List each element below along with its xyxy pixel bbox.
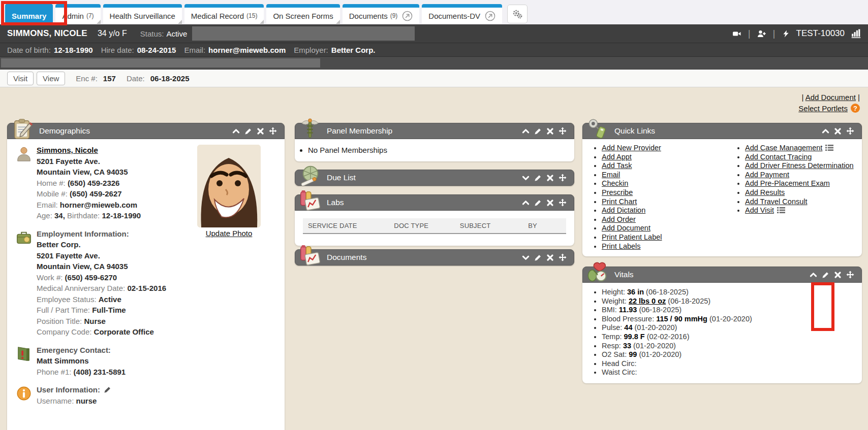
quick-link[interactable]: Add Contact Tracing [745,153,812,161]
quick-link[interactable]: Print Chart [602,197,637,206]
move-icon[interactable] [846,271,854,279]
column-header: BY [528,222,561,229]
tab-on-screen-forms[interactable]: On Screen Forms [266,4,339,24]
quick-link[interactable]: Checkin [602,179,628,187]
empty-message: No Panel Memberships [308,145,574,155]
quick-link[interactable]: Add Task [602,161,632,170]
person-icon [15,145,33,162]
quick-link[interactable]: Add New Provider [602,144,661,152]
portlet-title: Documents [327,253,366,262]
employer-name: Better Corp. [37,239,277,250]
quick-link[interactable]: Add Visit [745,206,774,214]
view-button[interactable]: View [37,72,65,85]
expand-icon[interactable] [522,254,530,261]
collapse-icon[interactable] [232,127,240,135]
close-icon[interactable] [546,199,554,207]
move-icon[interactable] [559,253,567,261]
close-icon[interactable] [257,127,264,135]
tab-count: (15) [246,12,257,19]
list-icon[interactable] [777,207,785,214]
list-icon[interactable] [825,144,833,151]
quick-link[interactable]: Add Results [745,188,785,196]
edit-icon[interactable] [534,199,542,207]
tab-medical-record[interactable]: Medical Record(15) [184,4,264,24]
edit-icon[interactable] [822,271,829,279]
quick-link[interactable]: Add Document [602,224,650,232]
patient-banner: SIMMONS, NICOLE 34 y/o F Status: Active … [0,24,868,70]
edit-icon[interactable] [534,254,542,261]
collapse-icon[interactable] [522,127,530,135]
portlet-controls [232,127,284,135]
patient-name: SIMMONS, NICOLE [7,28,87,39]
patient-age-sex: 34 y/o F [98,29,127,38]
portlet-controls [522,174,574,182]
weight-link[interactable]: 22 lbs 0 oz [629,297,666,305]
caduceus-icon [298,117,322,141]
quick-link[interactable]: Email [602,171,620,179]
vital-row: Pulse: 44 (01-20-2020) [602,323,862,333]
divider: | [773,28,776,39]
close-icon[interactable] [546,127,554,135]
close-icon[interactable] [834,271,842,279]
tab-health-surveillance[interactable]: Health Surveillance [103,4,182,24]
move-icon[interactable] [559,199,567,207]
vitals-list: Height: 36 in (06-18-2025) Weight: 22 lb… [582,283,862,377]
expand-icon[interactable] [522,174,530,182]
portlet-body-demographics: Simmons, Nicole 5201 Fayette Ave. Mounta… [7,139,285,430]
help-icon[interactable]: ? [851,104,860,113]
scrollbar-thumb[interactable] [1,58,320,68]
popout-arrow-icon[interactable] [402,11,413,21]
quick-link[interactable]: Print Labels [602,242,641,250]
move-icon[interactable] [559,127,567,135]
field-value: (650) 459-2326 [68,179,120,187]
column-header: SERVICE DATE [308,222,394,229]
portlet-title: Due List [327,173,356,182]
add-document-link[interactable]: Add Document [805,93,856,102]
edit-icon[interactable] [244,127,252,135]
visit-button[interactable]: Visit [7,72,34,85]
field-value: 34, [54,211,65,220]
move-icon[interactable] [846,127,854,135]
close-icon[interactable] [546,174,554,182]
enc-number-value: 157 [103,74,116,83]
quick-link[interactable]: Print Patient Label [602,233,662,241]
tab-documents[interactable]: Documents(9) [343,4,420,24]
demographics-icon [11,117,34,141]
bar-chart-icon[interactable] [851,29,861,38]
video-camera-icon[interactable] [732,29,741,38]
tab-admin[interactable]: Admin(7) [55,4,100,24]
close-icon[interactable] [546,254,554,261]
lightning-icon[interactable] [782,29,790,38]
popout-arrow-icon[interactable] [485,11,495,21]
collapse-icon[interactable] [810,271,817,279]
tab-summary[interactable]: Summary [5,4,53,24]
quick-link[interactable]: Add Dictation [602,206,645,214]
edit-icon[interactable] [104,386,111,393]
edit-icon[interactable] [534,174,542,182]
field-value: horner@mieweb.com [60,201,137,209]
patient-name-link[interactable]: Simmons, Nicole [37,146,98,154]
quick-link[interactable]: Add Pre-Placement Exam [745,179,830,187]
quick-link[interactable]: Add Appt [602,153,632,161]
enc-date-value: 06-18-2025 [150,74,190,83]
edit-icon[interactable] [534,127,542,135]
quick-link[interactable]: Add Order [602,215,636,223]
close-icon[interactable] [834,127,842,135]
portlet-header-due-list: Due List [295,170,574,186]
select-portlets-link[interactable]: Select Portlets [798,104,848,113]
tab-settings-button[interactable] [507,5,528,23]
quick-link[interactable]: Add Travel Consult [745,197,808,206]
quick-link[interactable]: Add Case Management [745,144,822,152]
quick-link[interactable]: Prescribe [602,188,633,196]
tab-documents-dv[interactable]: Documents-DV [422,4,502,24]
field-label: Medical Anniversary Date: [37,284,125,292]
add-person-icon[interactable] [757,29,766,38]
collapse-icon[interactable] [522,199,530,207]
collapse-icon[interactable] [822,127,829,135]
move-icon[interactable] [269,127,277,135]
quick-link[interactable]: Add Payment [745,171,789,179]
move-icon[interactable] [559,174,567,182]
quick-link[interactable]: Add Driver Fitness Determination [745,161,854,170]
tab-label: Health Surveillance [110,12,175,20]
update-photo-link[interactable]: Update Photo [206,229,253,238]
